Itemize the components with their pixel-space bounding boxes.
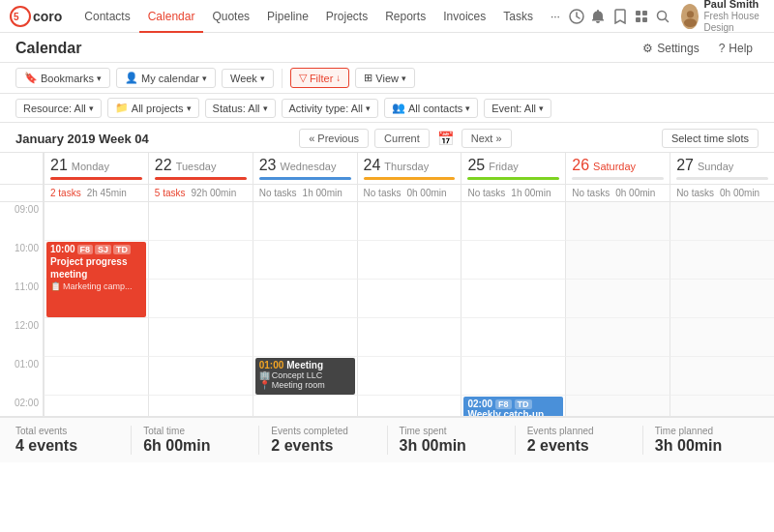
projects-filter[interactable]: 📁 All projects ▾ xyxy=(107,98,199,118)
bell-icon[interactable] xyxy=(590,6,606,27)
thursday-11 xyxy=(357,280,461,318)
current-week-button[interactable]: Current xyxy=(374,129,430,148)
saturday-13 xyxy=(565,357,670,396)
nav-item-quotes[interactable]: Quotes xyxy=(203,0,258,33)
tuesday-stats: 5 tasks 92h 00min xyxy=(148,185,253,201)
settings-button[interactable]: ⚙ Settings xyxy=(637,40,704,57)
next-week-button[interactable]: Next » xyxy=(461,129,512,148)
friday-14[interactable]: 02:00 F8 TD Weekly catch-up 📍Meeting roo… xyxy=(461,396,565,417)
clock-icon[interactable] xyxy=(569,6,584,27)
bookmark-small-icon: 🔖 xyxy=(24,72,38,84)
avatar xyxy=(681,4,700,29)
monday-13 xyxy=(44,357,148,396)
friday-13 xyxy=(461,357,565,396)
contacts-filter[interactable]: 👥 All contacts ▾ xyxy=(384,98,478,118)
nav-bar: Contacts Calendar Quotes Pipeline Projec… xyxy=(75,0,569,33)
view-button[interactable]: ⊞ View ▾ xyxy=(355,68,415,88)
grid-icon[interactable] xyxy=(634,6,649,27)
nav-item-more[interactable]: ··· xyxy=(542,0,569,33)
sunday-12 xyxy=(670,318,774,357)
logo[interactable]: 5 coro xyxy=(10,6,62,27)
sunday-14 xyxy=(670,396,774,417)
nav-item-calendar[interactable]: Calendar xyxy=(139,0,204,33)
sunday-10 xyxy=(670,241,774,280)
logo-text: coro xyxy=(33,9,62,24)
weekly-catchup-event[interactable]: 02:00 F8 TD Weekly catch-up 📍Meeting roo… xyxy=(463,397,563,417)
calendar-picker-icon[interactable]: 📅 xyxy=(435,129,456,148)
svg-point-8 xyxy=(686,11,693,17)
question-icon: ? xyxy=(719,42,726,55)
day-header-tuesday: 22 Tuesday xyxy=(148,153,253,184)
wednesday-13[interactable]: 01:00 Meeting 🏢Concept LLC 📍Meeting room xyxy=(253,357,357,396)
thursday-12 xyxy=(357,318,461,357)
chevron-s: ▾ xyxy=(263,103,268,113)
week-button[interactable]: Week ▾ xyxy=(222,69,274,88)
saturday-10 xyxy=(565,241,670,280)
sunday-11 xyxy=(670,280,774,318)
thursday-09 xyxy=(357,202,461,241)
wednesday-09 xyxy=(253,202,357,241)
chevron-down-icon: ▾ xyxy=(97,74,102,83)
my-calendar-button[interactable]: 👤 My calendar ▾ xyxy=(116,68,216,88)
search-icon[interactable] xyxy=(655,6,670,27)
meeting-event[interactable]: 01:00 Meeting 🏢Concept LLC 📍Meeting room xyxy=(255,358,355,395)
tuesday-09 xyxy=(148,202,253,241)
svg-text:5: 5 xyxy=(14,12,19,22)
monday-10[interactable]: 10:00 F8 SJ TD Project progress meeting … xyxy=(44,241,148,280)
week-title: January 2019 Week 04 xyxy=(15,132,149,146)
user-profile[interactable]: Paul Smith Fresh House Design xyxy=(681,0,769,34)
filter-button[interactable]: ▽ Filter ↓ xyxy=(290,68,349,88)
sunday-13 xyxy=(670,357,774,396)
project-progress-event[interactable]: 10:00 F8 SJ TD Project progress meeting … xyxy=(46,242,146,317)
nav-item-reports[interactable]: Reports xyxy=(376,0,434,33)
wednesday-12 xyxy=(253,318,357,357)
nav-item-contacts[interactable]: Contacts xyxy=(75,0,138,33)
tuesday-14 xyxy=(148,396,253,417)
bookmarks-button[interactable]: 🔖 Bookmarks ▾ xyxy=(15,68,110,88)
event-filter[interactable]: Event: All ▾ xyxy=(484,99,551,118)
friday-10 xyxy=(461,241,565,280)
user-company: Fresh House Design xyxy=(703,11,768,34)
chevron-p: ▾ xyxy=(187,103,192,113)
page-title: Calendar xyxy=(15,40,81,57)
nav-item-projects[interactable]: Projects xyxy=(317,0,376,33)
day-header-monday: 21 Monday xyxy=(44,153,148,184)
tuesday-10 xyxy=(148,241,253,280)
activity-type-filter[interactable]: Activity type: All ▾ xyxy=(282,99,378,118)
wednesday-11 xyxy=(253,280,357,318)
resource-filter[interactable]: Resource: All ▾ xyxy=(15,99,102,118)
chevron-c: ▾ xyxy=(465,103,470,113)
wednesday-10 xyxy=(253,241,357,280)
tuesday-11 xyxy=(148,280,253,318)
bookmark-icon[interactable] xyxy=(612,6,628,27)
chevron-down-icon2: ▾ xyxy=(202,74,207,83)
nav-item-tasks[interactable]: Tasks xyxy=(494,0,542,33)
tuesday-13 xyxy=(148,357,253,396)
tuesday-12 xyxy=(148,318,253,357)
chevron-e: ▾ xyxy=(539,103,544,113)
thursday-stats: No tasks 0h 00min xyxy=(357,185,461,201)
status-filter[interactable]: Status: All ▾ xyxy=(205,99,276,118)
thursday-13 xyxy=(357,357,461,396)
svg-rect-5 xyxy=(636,17,640,22)
chevron-down-icon3: ▾ xyxy=(260,74,265,83)
filter-icon: ▽ xyxy=(299,72,307,84)
day-header-friday: 25 Friday xyxy=(461,153,565,184)
nav-item-invoices[interactable]: Invoices xyxy=(434,0,494,33)
svg-point-9 xyxy=(683,18,696,27)
friday-09 xyxy=(461,202,565,241)
day-header-sunday: 27 Sunday xyxy=(670,153,774,184)
saturday-11 xyxy=(565,280,670,318)
user-info: Paul Smith Fresh House Design xyxy=(703,0,768,34)
help-button[interactable]: ? Help xyxy=(713,40,759,57)
select-slots-button[interactable]: Select time slots xyxy=(662,129,759,148)
friday-11 xyxy=(461,280,565,318)
user-name: Paul Smith xyxy=(703,0,768,11)
day-header-wednesday: 23 Wednesday xyxy=(253,153,357,184)
contacts-icon: 👥 xyxy=(392,102,405,114)
stat-time-planned: Time planned 3h 00min xyxy=(643,426,759,455)
prev-week-button[interactable]: « Previous xyxy=(299,129,369,148)
wednesday-14 xyxy=(253,396,357,417)
nav-item-pipeline[interactable]: Pipeline xyxy=(258,0,317,33)
day-header-saturday: 26 Saturday xyxy=(565,153,670,184)
